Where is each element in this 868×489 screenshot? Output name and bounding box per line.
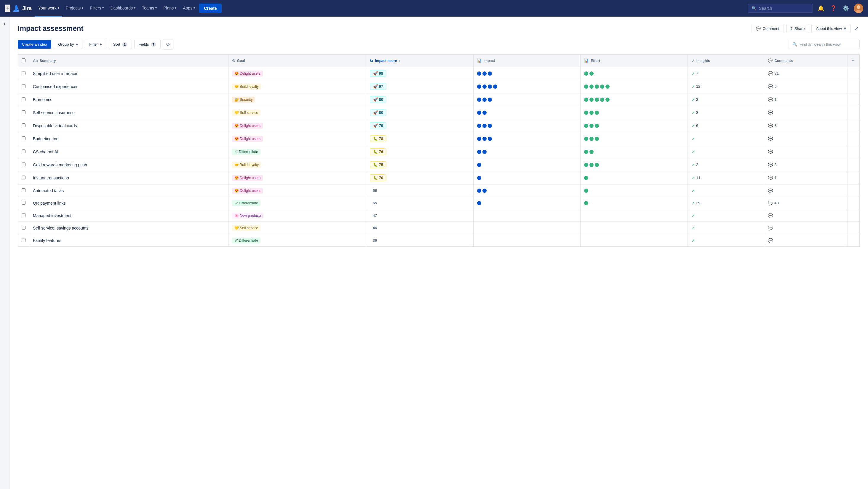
- row-checkbox-cell[interactable]: [18, 80, 29, 93]
- row-impact-cell: [473, 234, 581, 247]
- goal-tag[interactable]: 😍 Delight users: [232, 136, 263, 142]
- search-box[interactable]: 🔍: [748, 4, 813, 13]
- row-checkbox[interactable]: [22, 97, 26, 101]
- nav-link-projects[interactable]: Projects▾: [63, 0, 87, 17]
- page-header: Impact assessment 💬 Comment ⤴ Share Abou…: [18, 24, 860, 33]
- row-checkbox-cell[interactable]: [18, 67, 29, 80]
- nav-link-filters[interactable]: Filters▾: [87, 0, 107, 17]
- goal-tag[interactable]: 🤝 Build loyalty: [232, 162, 261, 168]
- nav-link-dashboards[interactable]: Dashboards▾: [107, 0, 138, 17]
- comment-icon: 💬: [768, 226, 773, 230]
- row-checkbox-cell[interactable]: [18, 145, 29, 159]
- row-checkbox-cell[interactable]: [18, 171, 29, 184]
- dot: [589, 137, 594, 141]
- goal-tag[interactable]: 😍 Delight users: [232, 70, 263, 77]
- dot: [589, 71, 594, 76]
- row-checkbox-cell[interactable]: [18, 106, 29, 119]
- row-checkbox-cell[interactable]: [18, 222, 29, 234]
- fields-badge: 7: [151, 42, 156, 47]
- table-row: QR payment links 🖊 Differentiate 55 ↗ 29…: [18, 197, 860, 209]
- create-idea-button[interactable]: Create an idea: [18, 40, 51, 49]
- goal-tag[interactable]: 😍 Delight users: [232, 123, 263, 129]
- goal-tag[interactable]: 💛 Self service: [232, 225, 260, 231]
- row-checkbox[interactable]: [22, 71, 26, 75]
- row-checkbox[interactable]: [22, 188, 26, 192]
- row-checkbox[interactable]: [22, 238, 26, 242]
- table-row: Instant transactions 😍 Delight users 🐛 7…: [18, 171, 860, 184]
- row-summary-cell: QR payment links: [29, 197, 228, 209]
- row-checkbox[interactable]: [22, 110, 26, 114]
- goal-tag[interactable]: 🖊 Differentiate: [232, 237, 260, 243]
- avatar[interactable]: [854, 4, 863, 13]
- row-insights-cell: ↗: [687, 222, 764, 234]
- logo-area[interactable]: Jira: [13, 5, 32, 12]
- search-input[interactable]: [759, 6, 809, 11]
- row-checkbox[interactable]: [22, 226, 26, 230]
- dot: [488, 85, 492, 89]
- add-column-button[interactable]: +: [851, 58, 855, 64]
- refresh-button[interactable]: ⟳: [163, 39, 173, 50]
- share-button[interactable]: ⤴ Share: [786, 24, 809, 33]
- row-insights-cell: ↗ 11: [687, 171, 764, 184]
- row-checkbox[interactable]: [22, 149, 26, 153]
- filter-button[interactable]: Filter +: [85, 40, 106, 49]
- row-checkbox-cell[interactable]: [18, 184, 29, 197]
- find-input[interactable]: [800, 42, 856, 47]
- row-checkbox-cell[interactable]: [18, 197, 29, 209]
- nav-link-your-work[interactable]: Your work▾: [35, 0, 62, 17]
- expand-button[interactable]: ⤢: [853, 24, 860, 33]
- help-icon[interactable]: ❓: [829, 4, 838, 13]
- group-by-button[interactable]: Group by +: [54, 40, 82, 49]
- goal-tag[interactable]: 😍 Delight users: [232, 175, 263, 181]
- settings-icon[interactable]: ⚙️: [841, 4, 850, 13]
- goal-tag[interactable]: 💛 Self service: [232, 110, 260, 116]
- header-add-col[interactable]: +: [848, 55, 860, 67]
- find-input-container[interactable]: 🔍: [788, 40, 860, 49]
- dot: [584, 201, 588, 205]
- row-summary-cell: Instant transactions: [29, 171, 228, 184]
- dot: [589, 85, 594, 89]
- row-insights-cell: ↗: [687, 209, 764, 222]
- row-checkbox[interactable]: [22, 84, 26, 88]
- row-checkbox[interactable]: [22, 201, 26, 205]
- grid-icon[interactable]: ⊞: [5, 4, 10, 12]
- fields-button[interactable]: Fields 7: [134, 40, 161, 49]
- row-checkbox-cell[interactable]: [18, 132, 29, 145]
- goal-tag[interactable]: 🔐 Security: [232, 97, 255, 103]
- goal-tag[interactable]: 🌸 New products: [232, 212, 264, 219]
- row-checkbox[interactable]: [22, 136, 26, 140]
- header-score-col[interactable]: fx Impact score ↓: [366, 55, 473, 67]
- nav-link-plans[interactable]: Plans▾: [160, 0, 179, 17]
- nav-link-teams[interactable]: Teams▾: [139, 0, 160, 17]
- header-actions: 💬 Comment ⤴ Share About this view ≡ ⤢: [751, 24, 860, 33]
- sidebar-toggle[interactable]: ›: [0, 17, 9, 489]
- goal-tag[interactable]: 🤝 Build loyalty: [232, 84, 261, 90]
- row-checkbox-cell[interactable]: [18, 93, 29, 106]
- nav-link-apps[interactable]: Apps▾: [180, 0, 198, 17]
- comment-button[interactable]: 💬 Comment: [751, 24, 783, 33]
- dot: [483, 85, 487, 89]
- row-checkbox-cell[interactable]: [18, 209, 29, 222]
- dot: [477, 189, 481, 193]
- notifications-icon[interactable]: 🔔: [816, 4, 825, 13]
- goal-tag[interactable]: 🖊 Differentiate: [232, 149, 260, 155]
- row-checkbox[interactable]: [22, 213, 26, 217]
- select-all-checkbox[interactable]: [22, 58, 26, 62]
- goal-tag[interactable]: 😍 Delight users: [232, 188, 263, 194]
- row-summary-text: Budgeting tool: [33, 136, 60, 141]
- score-col-icon: fx: [370, 58, 373, 63]
- row-checkbox-cell[interactable]: [18, 119, 29, 132]
- sort-button[interactable]: Sort 1: [109, 40, 132, 49]
- row-checkbox[interactable]: [22, 123, 26, 127]
- about-view-button[interactable]: About this view ≡: [811, 24, 850, 33]
- goal-tag[interactable]: 🖊 Differentiate: [232, 200, 260, 206]
- row-checkbox[interactable]: [22, 176, 26, 179]
- row-score-cell: 🐛 76: [366, 145, 473, 159]
- dot: [483, 124, 487, 128]
- row-checkbox-cell[interactable]: [18, 234, 29, 247]
- row-checkbox-cell[interactable]: [18, 159, 29, 171]
- dot: [584, 163, 588, 167]
- row-insights-cell: ↗ 2: [687, 93, 764, 106]
- create-button[interactable]: Create: [199, 4, 222, 13]
- row-checkbox[interactable]: [22, 163, 26, 166]
